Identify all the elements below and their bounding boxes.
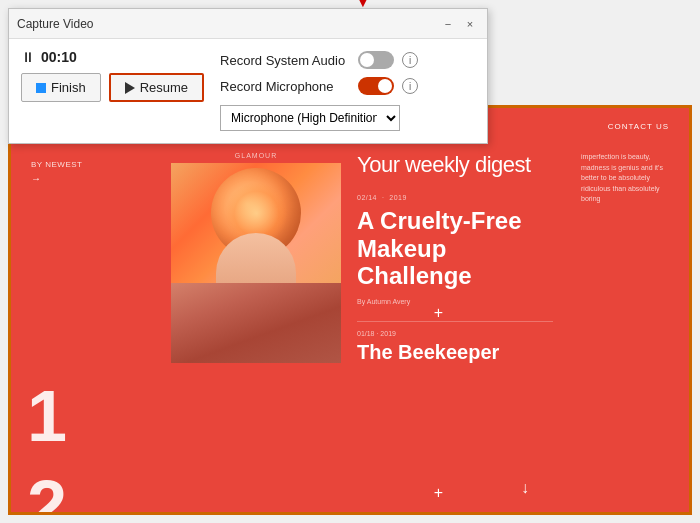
microphone-toggle[interactable] [358,77,394,95]
microphone-dropdown[interactable]: Microphone (High Definition Auc... [220,105,400,131]
article1-meta: 02/14 · 2019 [357,194,553,201]
microphone-info[interactable]: i [402,78,418,94]
finish-button[interactable]: Finish [21,73,101,102]
resume-icon [125,82,135,94]
article1-title: A Cruelty-FreeMakeup Challenge [357,207,553,290]
site-far-right-column: imperfection is beauty, madness is geniu… [569,144,689,512]
right-controls: Record System Audio i Record Microphone … [220,49,418,131]
close-button[interactable]: × [461,15,479,33]
plus-icon-2: + [434,484,443,502]
article1-author: By Autumn Avery [357,298,553,305]
toggle-knob-mic [378,79,392,93]
system-audio-info[interactable]: i [402,52,418,68]
screen-capture-area: AVST Shop ∨ About CONTACT US BY NEWEST →… [8,105,692,515]
left-controls: ⏸ 00:10 Finish Resume [21,49,204,131]
timer-display: 00:10 [41,49,77,65]
nav-contact: CONTACT US [608,122,669,131]
website-content: AVST Shop ∨ About CONTACT US BY NEWEST →… [11,108,689,512]
article-number-1: 1 [27,380,67,452]
arrow-indicator: ▼ [354,0,372,12]
plus-icon-1: + [434,304,443,322]
article1-date: 02/14 [357,194,377,201]
article2-title: The Beekeeper [357,341,553,364]
title-bar-controls: − × [439,15,479,33]
skin-texture [171,283,341,363]
microphone-label: Record Microphone [220,79,350,94]
site-left-column: BY NEWEST → 1 2 [11,144,171,512]
window-title: Capture Video [17,17,94,31]
capture-video-window: ▼ Capture Video − × ⏸ 00:10 Finish [8,8,488,144]
article-divider [357,321,553,322]
window-body: ⏸ 00:10 Finish Resume Record System Audi… [9,39,487,143]
timer-row: ⏸ 00:10 [21,49,204,65]
system-audio-label: Record System Audio [220,53,350,68]
weekly-digest-heading: Your weekly digest [357,152,553,178]
side-quote-text: imperfection is beauty, madness is geniu… [581,153,663,202]
microphone-row: Record Microphone i [220,77,418,95]
article-image-bottom [171,283,341,363]
minimize-button[interactable]: − [439,15,457,33]
microphone-select-row: Microphone (High Definition Auc... [220,105,418,131]
toggle-knob [360,53,374,67]
arrow-right-icon: → [31,173,171,184]
resume-button[interactable]: Resume [109,73,204,102]
finish-icon [36,83,46,93]
system-audio-row: Record System Audio i [220,51,418,69]
article-image-top [171,163,341,283]
title-bar-left: Capture Video [17,17,94,31]
site-main: BY NEWEST → 1 2 GLAMOUR Your weekly dige… [11,144,689,512]
finish-label: Finish [51,80,86,95]
button-row: Finish Resume [21,73,204,102]
arrow-down-icon: ↓ [521,479,529,497]
site-center-column: GLAMOUR [171,144,341,512]
by-newest-label: BY NEWEST [31,160,171,169]
site-right-column: Your weekly digest 02/14 · 2019 A Cruelt… [341,144,569,512]
title-bar: Capture Video − × [9,9,487,39]
pause-icon: ⏸ [21,49,35,65]
resume-label: Resume [140,80,188,95]
article1-year: 2019 [389,194,407,201]
article-number-2: 2 [27,470,67,512]
system-audio-toggle[interactable] [358,51,394,69]
article-category: GLAMOUR [171,144,341,163]
article2-meta: 01/18 · 2019 [357,330,553,337]
